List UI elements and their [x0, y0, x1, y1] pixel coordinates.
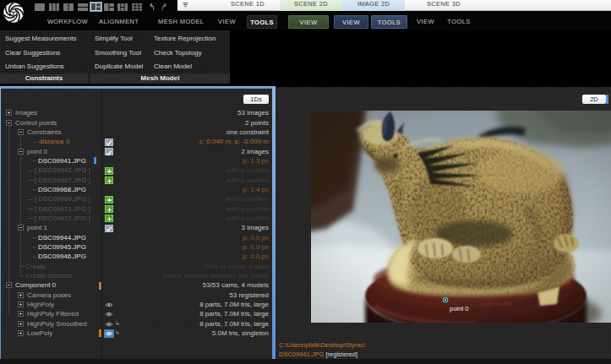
svg-text:1 point visible: 1 point visible [477, 301, 513, 307]
svg-text:point 0: point 0 [450, 305, 469, 312]
